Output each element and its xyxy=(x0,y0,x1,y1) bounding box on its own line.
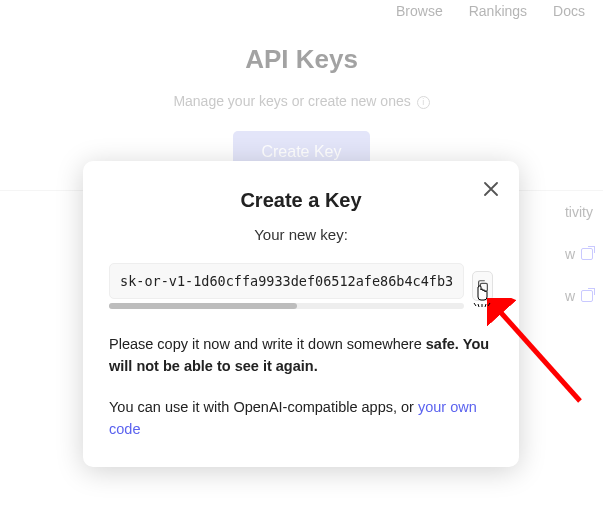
external-link-icon xyxy=(581,248,593,260)
page-title: API Keys xyxy=(0,44,603,75)
page-subtitle: Manage your keys or create new ones i xyxy=(0,93,603,109)
scrollbar-thumb[interactable] xyxy=(109,303,297,309)
modal-subheading: Your new key: xyxy=(109,226,493,243)
info-icon: i xyxy=(417,96,430,109)
key-row: sk-or-v1-1d60cffa9933def06512afe86b4c4fb… xyxy=(109,263,493,309)
key-scrollbar[interactable] xyxy=(109,303,464,309)
close-button[interactable] xyxy=(479,177,503,201)
copy-key-button[interactable] xyxy=(472,271,493,301)
external-link-icon xyxy=(581,290,593,302)
compat-text: You can use it with OpenAI-compatible ap… xyxy=(109,396,493,441)
api-key-value[interactable]: sk-or-v1-1d60cffa9933def06512afe86b4c4fb… xyxy=(109,263,464,299)
copy-warning-text: Please copy it now and write it down som… xyxy=(109,333,493,378)
page-background: API Keys Manage your keys or create new … xyxy=(0,0,603,173)
create-key-modal: Create a Key Your new key: sk-or-v1-1d60… xyxy=(83,161,519,467)
close-icon xyxy=(484,182,498,196)
svg-rect-0 xyxy=(480,283,487,291)
bg-right-column: tivity w w xyxy=(565,204,593,330)
copy-icon xyxy=(476,279,490,293)
modal-title: Create a Key xyxy=(109,189,493,212)
